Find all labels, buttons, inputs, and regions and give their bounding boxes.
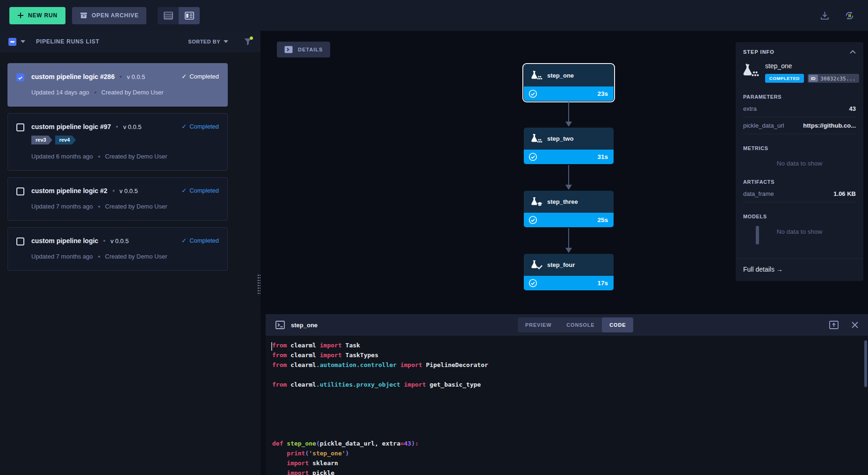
- parameters-rows: extra43pickle_data_urlhttps://github.co.…: [743, 101, 856, 134]
- step-name: step_one: [765, 62, 859, 70]
- runs-header: PIPELINE RUNS LIST SORTED BY: [0, 31, 260, 52]
- pipeline-node[interactable]: step_two31s: [524, 128, 614, 164]
- terminal-icon: [275, 321, 285, 329]
- flask-dots-icon: [530, 134, 543, 144]
- node-duration: 23s: [597, 90, 608, 97]
- table-view-button[interactable]: [158, 7, 179, 24]
- run-updated: Updated 7 months ago: [31, 253, 93, 260]
- run-checkbox[interactable]: [16, 123, 24, 131]
- run-version: v 0.0.5: [123, 123, 141, 130]
- check-circle-icon: [528, 89, 537, 98]
- artifacts-label: ARTIFACTS: [743, 179, 856, 185]
- topbar-actions: [819, 10, 855, 21]
- node-duration: 25s: [597, 216, 608, 223]
- run-tag: rev4: [55, 136, 76, 144]
- filter-button[interactable]: [244, 37, 252, 46]
- code-scrollbar-thumb[interactable]: [864, 340, 867, 387]
- run-meta: Updated 6 months agoCreated by Demo User: [31, 153, 219, 160]
- pipeline-node[interactable]: step_one23s: [524, 65, 614, 101]
- code-line: [272, 410, 868, 420]
- open-archive-button[interactable]: OPEN ARCHIVE: [72, 7, 147, 24]
- run-meta: Updated 14 days agoCreated by Demo User: [31, 89, 219, 96]
- run-card[interactable]: custom pipeline logic #286v 0.0.5Updated…: [7, 63, 228, 107]
- run-title: custom pipeline logic: [31, 237, 98, 245]
- run-version: v 0.0.5: [127, 73, 145, 80]
- expand-icon[interactable]: [829, 321, 839, 329]
- dot-separator: [113, 190, 115, 192]
- runs-list-title: PIPELINE RUNS LIST: [36, 38, 100, 45]
- step-info-header: STEP INFO: [736, 42, 863, 58]
- node-duration: 31s: [597, 153, 608, 160]
- run-status-badge: ✓Completed: [181, 237, 219, 244]
- run-meta: Updated 7 months agoCreated by Demo User: [31, 203, 219, 210]
- node-name: step_four: [547, 261, 575, 268]
- check-circle-icon: [528, 216, 537, 224]
- close-icon[interactable]: [851, 321, 859, 329]
- auto-refresh-icon[interactable]: [844, 10, 855, 21]
- table-view-icon: [164, 12, 173, 20]
- check-icon: ✓: [181, 187, 187, 194]
- run-checkbox[interactable]: [16, 187, 24, 195]
- run-updated: Updated 14 days ago: [31, 89, 89, 96]
- run-created: Created by Demo User: [105, 203, 167, 210]
- dot-separator: [116, 126, 118, 128]
- tab-code[interactable]: CODE: [602, 317, 633, 332]
- artifacts-section: ARTIFACTS data_frame1.06 KB: [736, 168, 863, 202]
- details-button[interactable]: DETAILS: [277, 42, 330, 58]
- full-details-link[interactable]: Full details →: [736, 258, 863, 281]
- run-card[interactable]: custom pipeline logic #97v 0.0.5rev3rev4…: [7, 113, 228, 171]
- code-panel: step_one PREVIEWCONSOLECODE from clearml…: [266, 314, 868, 475]
- dot-separator: [120, 76, 122, 78]
- caret-down-icon[interactable]: [21, 40, 25, 43]
- run-created: Created by Demo User: [101, 89, 164, 96]
- top-bar: NEW RUN OPEN ARCHIVE: [0, 0, 868, 31]
- chevron-up-icon[interactable]: [850, 50, 856, 54]
- download-icon[interactable]: [819, 10, 830, 21]
- run-status-label: Completed: [189, 237, 219, 244]
- info-row: extra43: [743, 101, 856, 117]
- run-meta: Updated 7 months agoCreated by Demo User: [31, 253, 219, 260]
- id-chip[interactable]: ID 30832c35...: [808, 74, 859, 83]
- select-all-checkbox[interactable]: [8, 38, 16, 46]
- step-info-panel: STEP INFO step_one COMPLETED ID 30832c35…: [736, 42, 863, 281]
- tab-preview[interactable]: PREVIEW: [518, 317, 559, 332]
- split-view-button[interactable]: [179, 7, 200, 24]
- runs-panel: PIPELINE RUNS LIST SORTED BY custom pipe…: [0, 31, 260, 475]
- code-line: def step_one(pickle_data_url, extra=43):: [272, 440, 868, 450]
- code-line: print('step_one'): [272, 450, 868, 460]
- models-empty: No data to show: [743, 220, 856, 236]
- code-content[interactable]: from clearml import Taskfrom clearml imp…: [266, 336, 868, 475]
- check-circle-icon: [528, 152, 537, 161]
- new-run-button[interactable]: NEW RUN: [9, 7, 65, 24]
- tab-console[interactable]: CONSOLE: [559, 317, 602, 332]
- scrollbar-thumb[interactable]: [756, 226, 759, 245]
- dot-separator: [98, 256, 100, 258]
- run-title: custom pipeline logic #97: [31, 123, 111, 130]
- pipeline-node[interactable]: step_three25s: [524, 191, 614, 227]
- code-line: from clearml.automation.controller impor…: [272, 361, 868, 371]
- filter-active-dot: [250, 36, 253, 40]
- info-key: data_frame: [743, 190, 774, 197]
- info-value: https://github.co...: [803, 122, 856, 129]
- run-card[interactable]: custom pipeline logic #2v 0.0.5Updated 7…: [7, 177, 228, 221]
- node-duration: 17s: [597, 280, 608, 287]
- node-name: step_one: [547, 72, 574, 79]
- arrow-connector: [524, 101, 614, 128]
- info-value: 1.06 KB: [833, 190, 856, 197]
- run-checkbox[interactable]: [16, 238, 24, 245]
- models-label: MODELS: [743, 214, 856, 219]
- sorted-by-button[interactable]: SORTED BY: [188, 39, 228, 44]
- id-label: ID: [809, 75, 818, 82]
- run-status-label: Completed: [189, 187, 219, 194]
- pipeline-node[interactable]: step_four17s: [524, 254, 614, 290]
- check-icon: ✓: [181, 123, 187, 130]
- dot-separator: [94, 92, 96, 94]
- parameters-section: PARAMETERS extra43pickle_data_urlhttps:/…: [736, 83, 863, 134]
- run-card[interactable]: custom pipeline logicv 0.0.5Updated 7 mo…: [7, 227, 228, 271]
- run-version: v 0.0.5: [120, 187, 138, 194]
- tag-row: rev3rev4: [31, 136, 219, 144]
- run-checkbox[interactable]: [16, 73, 24, 81]
- check-circle-icon: [528, 279, 537, 288]
- id-value: 30832c35...: [821, 76, 858, 81]
- step-info-title: STEP INFO: [743, 49, 850, 55]
